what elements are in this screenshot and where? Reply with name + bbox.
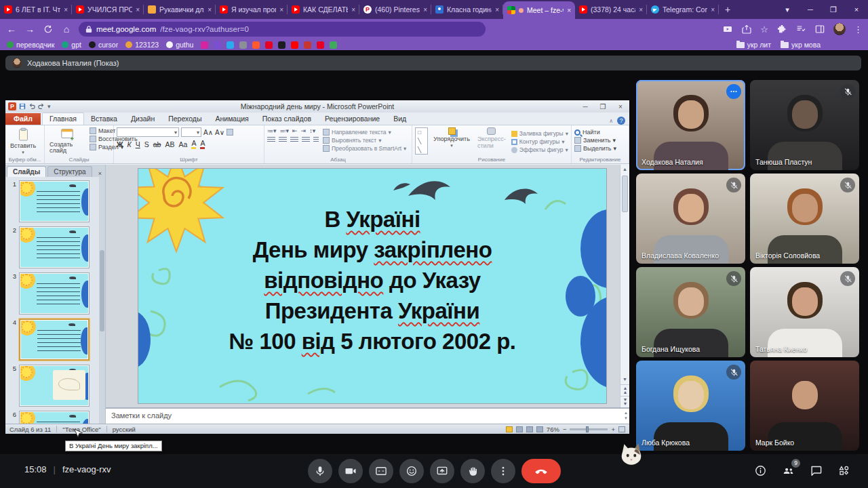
new-tab-button[interactable]: + xyxy=(719,0,736,19)
notes-scroll-icons[interactable]: ▲▼ xyxy=(624,410,628,421)
thumbnail-frame[interactable] xyxy=(19,365,90,407)
bookmark-star-icon[interactable]: ☆ xyxy=(760,24,768,35)
forward-icon[interactable]: → xyxy=(24,24,36,35)
bookmark-favicon[interactable] xyxy=(201,41,208,49)
font-style-button[interactable]: А xyxy=(200,139,205,149)
more-options-button[interactable] xyxy=(491,459,515,483)
bookmark-folder[interactable]: укр мова xyxy=(781,41,821,49)
tab-close-icon[interactable]: × xyxy=(64,6,68,14)
browser-tab[interactable]: Класна година× xyxy=(431,0,503,19)
paste-dropdown-icon[interactable]: ▾ xyxy=(22,150,24,155)
ribbon-collapse-icon[interactable]: ∧ xyxy=(609,118,613,124)
thumbnail-frame[interactable] xyxy=(19,272,90,314)
editing-command[interactable]: Найти xyxy=(574,129,626,136)
window-close-button[interactable]: × xyxy=(845,0,868,19)
bookmark-favicon[interactable] xyxy=(291,41,298,49)
ribbon-command[interactable]: Преобразовать в SmartArt▾ xyxy=(323,145,406,152)
participant-tile[interactable]: Татьяна Киенко xyxy=(750,267,859,357)
side-panel-icon[interactable] xyxy=(814,24,825,35)
fit-to-window-button[interactable] xyxy=(618,426,625,432)
help-icon[interactable]: ? xyxy=(617,117,625,125)
quick-styles-button[interactable]: Экспресс-стили xyxy=(475,127,508,155)
ribbon-command[interactable]: Выровнять текст▾ xyxy=(323,137,406,144)
previous-slide-button[interactable]: ▲▲ xyxy=(620,384,629,396)
tab-close-icon[interactable]: × xyxy=(208,6,212,14)
slide-thumbnail[interactable]: 5 xyxy=(5,365,99,407)
font-style-button[interactable]: АВ xyxy=(165,140,174,148)
current-slide[interactable]: В УкраїніДень миру закріпленовідповідно … xyxy=(138,169,606,403)
font-style-button[interactable]: ab xyxy=(153,140,161,148)
participant-tile[interactable]: Танюша Пластун xyxy=(750,80,859,170)
panel-tab-outline[interactable]: Структура xyxy=(47,166,92,177)
slide-thumbnail[interactable]: 1 xyxy=(5,180,99,222)
profile-avatar[interactable] xyxy=(833,23,846,35)
editing-command[interactable]: Выделить▾ xyxy=(574,145,626,152)
shapes-gallery[interactable]: □ ╲ ╲ ▭ ○ ▭△ ⊐ ⊓ ⇦ ⇩ ◠☆ ◠ ∿ { } ☆ xyxy=(415,127,428,155)
ribbon-tab-8[interactable]: Вид xyxy=(387,113,413,125)
ribbon-tab-6[interactable]: Показ слайдов xyxy=(256,113,318,125)
bookmark-favicon[interactable] xyxy=(278,41,285,49)
ribbon-tab-2[interactable]: Вставка xyxy=(84,113,124,125)
scroll-up-icon[interactable]: ▲ xyxy=(620,165,629,174)
media-control-icon[interactable] xyxy=(722,24,733,35)
tab-close-icon[interactable]: × xyxy=(279,6,283,14)
next-slide-button[interactable]: ▼▼ xyxy=(620,396,629,407)
tab-search-icon[interactable]: ▾ xyxy=(776,0,799,19)
thumbnail-frame[interactable] xyxy=(19,226,90,268)
activities-button[interactable] xyxy=(837,464,850,480)
browser-tab[interactable]: (3378) 24 часа в М× xyxy=(575,0,647,19)
bookmark-favicon[interactable] xyxy=(304,41,311,49)
extensions-icon[interactable] xyxy=(776,24,787,35)
slide-thumbnail[interactable]: 6 xyxy=(5,411,99,424)
captions-button[interactable] xyxy=(369,459,393,483)
slide-thumbnail[interactable]: 4 xyxy=(5,319,99,361)
tab-close-icon[interactable]: × xyxy=(423,6,427,14)
participant-tile[interactable]: Ходакова Наталия xyxy=(636,80,745,170)
zoom-slider[interactable] xyxy=(570,428,608,430)
bookmark-favicon[interactable] xyxy=(265,41,273,49)
font-style-button[interactable]: А xyxy=(191,139,196,149)
share-icon[interactable] xyxy=(741,24,752,35)
normal-view-button[interactable] xyxy=(506,426,513,432)
bookmark-item[interactable]: переводчик xyxy=(7,41,54,49)
browser-tab[interactable]: УЧИЛСЯ ПРОГРАМ× xyxy=(72,0,144,19)
window-minimize-button[interactable]: ─ xyxy=(799,0,822,19)
ribbon-command[interactable]: Направление текста▾ xyxy=(323,129,406,136)
scrollbar-thumb[interactable] xyxy=(622,176,628,212)
zoom-in-button[interactable]: + xyxy=(611,426,615,433)
browser-tab[interactable]: Рукавички для фі× xyxy=(144,0,216,19)
window-maximize-button[interactable]: ❐ xyxy=(822,0,845,19)
browser-tab[interactable]: Telegram: Contact× xyxy=(647,0,719,19)
editing-command[interactable]: Заменить▾ xyxy=(574,137,626,144)
clear-format-icon[interactable] xyxy=(226,129,233,136)
reading-view-button[interactable] xyxy=(526,426,533,432)
thumbnail-frame[interactable] xyxy=(19,180,90,222)
ribbon-tab-5[interactable]: Анимация xyxy=(208,113,255,125)
bookmark-favicon[interactable] xyxy=(226,41,234,49)
raise-hand-button[interactable] xyxy=(460,459,485,483)
new-slide-button[interactable]: Создать слайд xyxy=(47,127,87,154)
notes-pane[interactable]: Заметки к слайду ▲▼ xyxy=(106,407,629,424)
slide-thumbnail[interactable]: 3 xyxy=(5,272,99,314)
browser-tab[interactable]: Я изучал програм× xyxy=(216,0,288,19)
ribbon-tab-7[interactable]: Рецензирование xyxy=(318,113,387,125)
scroll-down-icon[interactable]: ▼ xyxy=(620,375,629,384)
bookmark-favicon[interactable] xyxy=(330,41,337,49)
panel-close-icon[interactable]: × xyxy=(98,170,105,177)
align-buttons[interactable] xyxy=(267,137,319,143)
shrink-font-button[interactable]: А∨ xyxy=(215,129,224,136)
browser-tab[interactable]: КАК СДЕЛАТЬ ГОЛ× xyxy=(288,0,359,19)
font-style-button[interactable]: Аа xyxy=(178,140,187,148)
bookmark-item[interactable]: 123123 xyxy=(125,41,159,49)
bookmark-favicon[interactable] xyxy=(239,41,247,49)
font-name-select[interactable]: ▾ xyxy=(117,127,179,137)
participant-tile[interactable]: Владислава Коваленко xyxy=(636,174,745,264)
ribbon-command[interactable]: Эффекты фигур▾ xyxy=(511,146,568,153)
grow-font-button[interactable]: А∧ xyxy=(203,129,213,136)
bookmark-folder[interactable]: укр лит xyxy=(736,41,771,49)
browser-tab[interactable]: Meet – fze-va× xyxy=(503,1,575,19)
browser-tab[interactable]: 6 ЛЕТ в IT. Что я п× xyxy=(0,0,72,19)
address-bar[interactable]: meet.google.com/fze-vaog-rxv?authuser=0 xyxy=(79,22,486,37)
slide-text[interactable]: В УкраїніДень миру закріпленовідповідно … xyxy=(138,169,606,403)
ribbon-tab-4[interactable]: Переходы xyxy=(161,113,208,125)
